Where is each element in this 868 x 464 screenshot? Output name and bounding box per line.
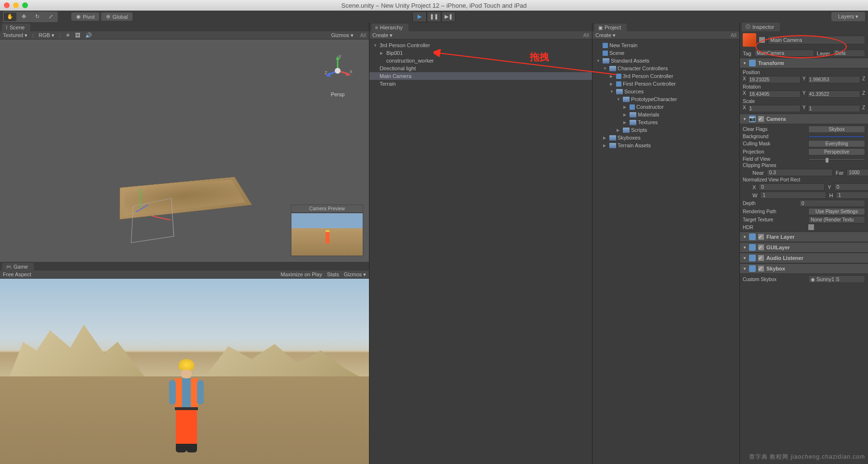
culling-dropdown[interactable]: Everything xyxy=(808,140,865,147)
hierarchy-item[interactable]: Directional light xyxy=(369,64,592,72)
hand-tool[interactable]: ✋ xyxy=(4,13,16,21)
minimize-button[interactable] xyxy=(13,2,19,8)
step-button[interactable]: ▶❚ xyxy=(441,12,456,22)
transform-tools: ✋ ✥ ↻ ⤢ xyxy=(3,12,58,22)
maximize-toggle[interactable]: Maximize on Play xyxy=(280,271,322,277)
layer-dropdown[interactable]: Defa xyxy=(833,50,865,57)
game-gizmos-dropdown[interactable]: Gizmos ▾ xyxy=(344,271,366,278)
scale-x-field[interactable] xyxy=(748,105,801,112)
rot-y-field[interactable] xyxy=(808,90,860,98)
orientation-gizmo[interactable]: y x z Persp xyxy=(321,54,355,97)
gameobject-icon xyxy=(743,33,756,47)
project-item[interactable]: ▼Character Controllers xyxy=(592,64,739,72)
maximize-button[interactable] xyxy=(22,2,28,8)
hdr-label: HDR xyxy=(743,225,805,230)
project-item[interactable]: ▶Constructor xyxy=(592,103,739,111)
hierarchy-item[interactable]: construction_worker xyxy=(369,57,592,64)
project-item[interactable]: ▼Sources xyxy=(592,88,739,95)
color-mode-dropdown[interactable]: RGB ▾ xyxy=(39,32,54,39)
near-field[interactable] xyxy=(767,169,833,176)
hdr-checkbox[interactable] xyxy=(808,224,814,230)
rot-x-field[interactable] xyxy=(748,90,801,98)
scene-toolbar: Textured ▾ RGB ▾ ☀ 🖼 🔊 Gizmos ▾ All xyxy=(0,31,369,39)
flare-layer-header[interactable]: ▼✔Flare Layer xyxy=(740,232,868,242)
close-button[interactable] xyxy=(4,2,10,8)
move-tool[interactable]: ✥ xyxy=(17,13,30,21)
hierarchy-item[interactable]: ▼3rd Person Controller xyxy=(369,41,592,49)
project-item[interactable]: ▶3rd Person Controller xyxy=(592,72,739,80)
svg-text:x: x xyxy=(350,68,353,74)
rotate-tool[interactable]: ↻ xyxy=(31,13,43,21)
pos-y-field[interactable] xyxy=(808,76,860,83)
rendering-path-dropdown[interactable]: Use Player Settings xyxy=(808,208,865,215)
vp-y-field[interactable] xyxy=(834,183,868,191)
hierarchy-tab[interactable]: ≡Hierarchy xyxy=(371,24,408,31)
project-item[interactable]: New Terrain xyxy=(592,41,739,49)
project-create-dropdown[interactable]: Create ▾ xyxy=(595,32,616,39)
project-item[interactable]: ▼PrototypeCharacter xyxy=(592,95,739,103)
project-item[interactable]: ▶Skyboxes xyxy=(592,134,739,142)
hierarchy-item[interactable]: Main Camera xyxy=(369,72,592,80)
vp-x-field[interactable] xyxy=(759,183,825,191)
position-label: Position xyxy=(743,70,805,75)
scale-y-field[interactable] xyxy=(808,105,860,112)
background-color-field[interactable] xyxy=(808,136,865,138)
skybox-icon xyxy=(749,265,756,272)
layers-dropdown[interactable]: Layers ▾ xyxy=(831,12,865,21)
skybox-header[interactable]: ▼✔Skybox xyxy=(740,263,868,274)
audio-listener-header[interactable]: ▼✔Audio Listener xyxy=(740,253,868,263)
project-item[interactable]: ▶Scripts xyxy=(592,126,739,134)
audio-toggle[interactable]: 🖼 xyxy=(75,32,80,38)
skybox-material-field[interactable]: ◉ Sunny1 S xyxy=(808,275,865,283)
project-tab[interactable]: ▣Project xyxy=(594,24,627,31)
pos-x-field[interactable] xyxy=(748,76,801,83)
clear-flags-dropdown[interactable]: Skybox xyxy=(808,126,865,133)
hierarchy-search[interactable]: All xyxy=(583,32,589,38)
camera-header[interactable]: ▼📷✔Camera xyxy=(740,114,868,124)
project-item[interactable]: ▶First Person Controller xyxy=(592,80,739,88)
camera-enabled-checkbox[interactable]: ✔ xyxy=(758,116,764,122)
pivot-toggle[interactable]: ◉ Pivot xyxy=(71,13,99,21)
stats-toggle[interactable]: Stats xyxy=(327,271,339,277)
depth-field[interactable] xyxy=(799,200,865,207)
persp-label[interactable]: Persp xyxy=(331,91,345,97)
hierarchy-create-dropdown[interactable]: Create ▾ xyxy=(372,32,393,39)
object-name-field[interactable]: Main Camera xyxy=(768,36,865,44)
tag-dropdown[interactable]: MainCamera xyxy=(754,50,814,57)
scale-tool[interactable]: ⤢ xyxy=(44,13,57,21)
fx-toggle[interactable]: 🔊 xyxy=(85,32,92,39)
project-item[interactable]: ▶Textures xyxy=(592,118,739,126)
pause-button[interactable]: ❚❚ xyxy=(427,12,441,22)
aspect-dropdown[interactable]: Free Aspect xyxy=(3,271,31,277)
play-button[interactable]: ▶ xyxy=(412,12,427,22)
scene-tab[interactable]: ⟟Scene xyxy=(2,24,30,31)
project-search[interactable]: All xyxy=(731,32,736,38)
global-toggle[interactable]: ⊕ Global xyxy=(101,13,132,21)
project-item[interactable]: ▼Standard Assets xyxy=(592,57,739,64)
scene-search[interactable]: All xyxy=(360,32,366,38)
scene-view[interactable]: y x z Persp Camera Preview xyxy=(0,39,369,262)
svg-text:y: y xyxy=(339,54,342,59)
far-field[interactable] xyxy=(846,169,868,176)
target-texture-field[interactable]: None (Render Textu xyxy=(808,216,865,223)
vp-h-field[interactable] xyxy=(836,192,868,199)
projection-dropdown[interactable]: Perspective xyxy=(808,148,865,155)
hierarchy-item[interactable]: Terrain xyxy=(369,80,592,88)
vp-w-field[interactable] xyxy=(760,192,826,199)
transform-header[interactable]: ▼Transform xyxy=(740,58,868,68)
project-item[interactable]: ▶Materials xyxy=(592,111,739,118)
fov-slider[interactable] xyxy=(808,158,865,160)
hierarchy-panel: ≡Hierarchy Create ▾ All ▼3rd Person Cont… xyxy=(369,23,592,464)
render-mode-dropdown[interactable]: Textured ▾ xyxy=(3,32,27,39)
project-item[interactable]: Scene xyxy=(592,49,739,57)
active-checkbox[interactable] xyxy=(759,37,765,43)
game-tab[interactable]: 🎮Game xyxy=(2,263,34,271)
project-item[interactable]: ▶Terrain Assets xyxy=(592,142,739,149)
guilayer-header[interactable]: ▼✔GUILayer xyxy=(740,242,868,253)
gizmos-dropdown[interactable]: Gizmos ▾ xyxy=(331,32,353,39)
hierarchy-item[interactable]: ▶Bip001 xyxy=(369,49,592,57)
camera-icon: 📷 xyxy=(749,116,756,122)
flare-icon xyxy=(749,233,756,240)
light-toggle[interactable]: ☀ xyxy=(66,32,70,39)
inspector-tab[interactable]: ⓘInspector xyxy=(742,23,780,31)
